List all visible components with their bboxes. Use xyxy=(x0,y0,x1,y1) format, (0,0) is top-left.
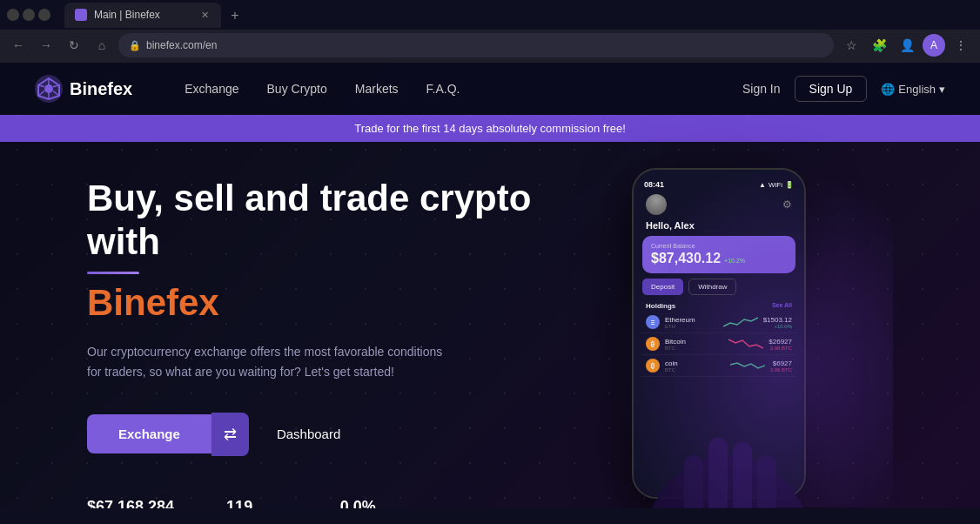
exchange-arrow-button[interactable]: ⇄ xyxy=(211,413,249,456)
stat-fee-value: 0.0% xyxy=(340,498,425,508)
home-button[interactable]: ⌂ xyxy=(91,34,113,57)
dashboard-button[interactable]: Dashboard xyxy=(256,414,361,453)
navbar: Binefex Exchange Buy Crypto Markets F.A.… xyxy=(0,63,980,115)
hero-stats: $67,168,284 24-hr NetworkVolume 119 Spot… xyxy=(87,498,592,508)
tab-favicon xyxy=(75,9,87,21)
stat-markets: 119 Spot Markets xyxy=(226,498,288,508)
nav-buy-crypto[interactable]: Buy Crypto xyxy=(267,82,327,96)
nav-right: Sign In Sign Up 🌐 English ▾ xyxy=(742,76,945,102)
browser-chrome: Main | Binefex ✕ + ← → ↻ ⌂ 🔒 binefex.com… xyxy=(0,0,980,63)
address-bar[interactable]: 🔒 binefex.com/en xyxy=(118,33,834,57)
language-selector[interactable]: 🌐 English ▾ xyxy=(881,83,945,96)
toolbar-actions: ☆ 🧩 👤 A ⋮ xyxy=(839,33,973,57)
stat-volume-value: $67,168,284 xyxy=(87,498,174,508)
flag-icon: 🌐 xyxy=(881,83,895,96)
stat-volume: $67,168,284 24-hr NetworkVolume xyxy=(87,498,174,508)
titlebar: Main | Binefex ✕ + xyxy=(0,0,980,30)
close-window-button[interactable] xyxy=(7,9,19,21)
chevron-down-icon: ▾ xyxy=(939,83,945,96)
reload-button[interactable]: ↻ xyxy=(63,34,85,57)
svg-point-2 xyxy=(44,84,53,93)
browser-tab-active[interactable]: Main | Binefex ✕ xyxy=(64,3,221,28)
nav-faq[interactable]: F.A.Q. xyxy=(426,82,460,96)
browser-toolbar: ← → ↻ ⌂ 🔒 binefex.com/en ☆ 🧩 👤 A ⋮ xyxy=(0,30,980,63)
minimize-window-button[interactable] xyxy=(23,9,35,21)
phone-mockup: 08:41 ▲WiFi🔋 ⚙ Hello, Alex xyxy=(614,159,910,508)
hero-section: Buy, sell and trade crypto with Binefex … xyxy=(0,142,980,508)
nav-markets[interactable]: Markets xyxy=(355,82,399,96)
title-underline xyxy=(87,272,139,274)
hero-subtitle: Our cryptocurrency exchange offers the m… xyxy=(87,342,453,381)
bookmark-button[interactable]: ☆ xyxy=(839,33,863,57)
hero-content: Buy, sell and trade crypto with Binefex … xyxy=(87,177,592,508)
maximize-window-button[interactable] xyxy=(38,9,50,21)
new-tab-button[interactable]: + xyxy=(223,3,247,28)
stat-markets-value: 119 xyxy=(226,498,288,508)
hero-title: Buy, sell and trade crypto with xyxy=(87,177,592,265)
tab-title: Main | Binefex xyxy=(94,9,192,21)
secure-icon: 🔒 xyxy=(129,40,141,51)
tab-bar: Main | Binefex ✕ + xyxy=(57,3,254,28)
logo-text: Binefex xyxy=(70,79,132,99)
url-text: binefex.com/en xyxy=(146,39,217,51)
language-label: English xyxy=(898,83,936,96)
hero-buttons: Exchange ⇄ Dashboard xyxy=(87,413,592,456)
account-button[interactable]: 👤 xyxy=(895,33,919,57)
tab-close-button[interactable]: ✕ xyxy=(199,8,211,23)
extensions-button[interactable]: 🧩 xyxy=(867,33,891,57)
nav-exchange[interactable]: Exchange xyxy=(185,82,238,96)
sign-up-button[interactable]: Sign Up xyxy=(795,76,868,102)
hero-brand-name: Binefex xyxy=(87,281,592,325)
window-controls xyxy=(7,9,50,21)
sign-in-link[interactable]: Sign In xyxy=(742,82,781,96)
profile-avatar[interactable]: A xyxy=(923,34,945,57)
logo-icon xyxy=(35,75,63,103)
website-content: Binefex Exchange Buy Crypto Markets F.A.… xyxy=(0,63,980,508)
nav-links: Exchange Buy Crypto Markets F.A.Q. xyxy=(185,82,742,96)
back-button[interactable]: ← xyxy=(7,34,30,57)
menu-button[interactable]: ⋮ xyxy=(949,33,973,57)
forward-button[interactable]: → xyxy=(35,34,57,57)
exchange-button[interactable]: Exchange xyxy=(87,414,211,453)
stat-fee: 0.0% Fee for first trades xyxy=(340,498,425,508)
nav-logo[interactable]: Binefex xyxy=(35,75,132,103)
